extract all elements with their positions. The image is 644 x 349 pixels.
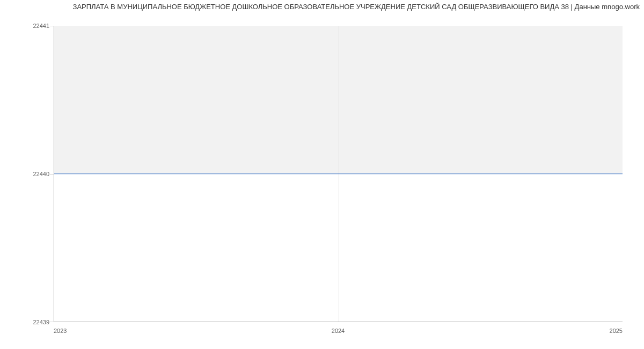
- data-line: [54, 173, 623, 174]
- x-axis-label-2: 2024: [332, 328, 345, 334]
- y-tick: [50, 174, 54, 174]
- y-tick: [50, 322, 54, 322]
- y-axis-label-bottom: 22439: [33, 319, 49, 325]
- x-axis-label-3: 2025: [610, 328, 623, 334]
- y-tick: [50, 26, 54, 26]
- y-axis-label-mid: 22440: [33, 171, 49, 177]
- plot-area: [54, 26, 623, 322]
- x-axis-label-1: 2023: [54, 328, 67, 334]
- y-axis-label-top: 22441: [33, 23, 49, 29]
- chart-title: ЗАРПЛАТА В МУНИЦИПАЛЬНОЕ БЮДЖЕТНОЕ ДОШКО…: [73, 3, 640, 11]
- chart-container: ЗАРПЛАТА В МУНИЦИПАЛЬНОЕ БЮДЖЕТНОЕ ДОШКО…: [0, 0, 644, 349]
